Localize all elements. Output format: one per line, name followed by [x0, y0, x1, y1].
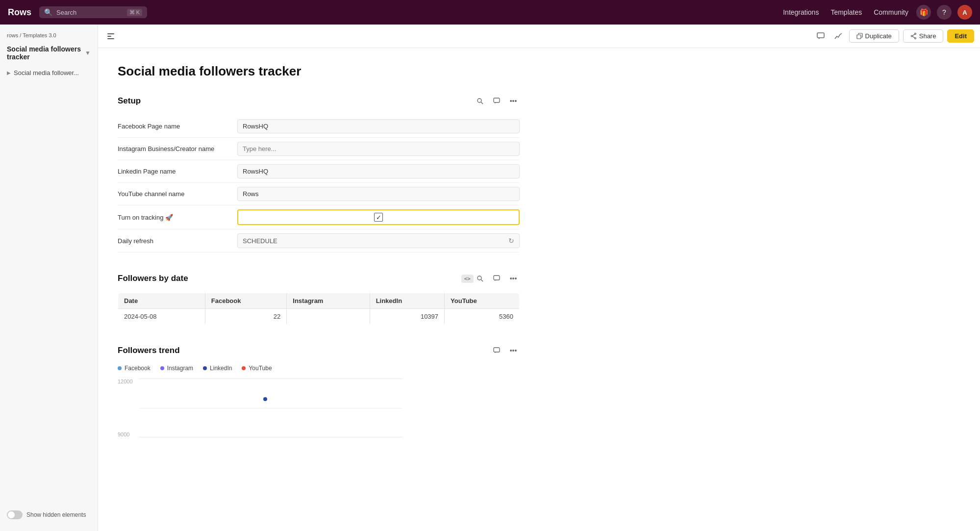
y-label-top: 12000 [118, 379, 137, 384]
refresh-icon: ↻ [508, 237, 514, 245]
svg-point-5 [914, 33, 916, 35]
followers-table: Date Facebook Instagram LinkedIn YouTube… [118, 293, 520, 325]
toggle-knob [8, 511, 15, 518]
breadcrumb-section[interactable]: Templates 3.0 [23, 32, 56, 38]
sidebar-item-triangle-icon: ▶ [7, 70, 11, 76]
nav-integrations[interactable]: Integrations [783, 8, 819, 16]
legend-linkedin-label: LinkedIn [210, 365, 232, 372]
field-youtube: YouTube channel name [118, 183, 520, 205]
legend-youtube-dot [242, 366, 246, 370]
chart-dot-linkedin [263, 397, 267, 401]
setup-search-icon[interactable] [474, 95, 486, 107]
trend-comment-icon[interactable] [490, 344, 503, 357]
analytics-icon[interactable] [831, 29, 845, 43]
field-daily-refresh: Daily refresh SCHEDULE ↻ [118, 229, 520, 253]
field-label: Facebook Page name [118, 115, 235, 138]
sidebar-toggle-icon[interactable] [104, 29, 118, 43]
svg-rect-4 [857, 35, 861, 39]
setup-actions: ••• [474, 95, 520, 107]
svg-rect-15 [494, 276, 500, 280]
sidebar: rows / Templates 3.0 Social media follow… [0, 25, 98, 531]
svg-rect-3 [817, 33, 824, 38]
nav-links: Integrations Templates Community [783, 8, 908, 16]
app-logo[interactable]: Rows [8, 7, 31, 18]
table-row: 2024-05-08 22 10397 5360 [118, 309, 520, 325]
chart-plot [139, 379, 402, 437]
tracking-checkbox-cell[interactable]: ✓ [237, 209, 520, 225]
field-label: Instagram Business/Creator name [118, 138, 235, 160]
sidebar-item-social-media[interactable]: ▶ Social media follower... [0, 66, 98, 80]
topnav: Rows 🔍 Search ⌘ K Integrations Templates… [0, 0, 980, 25]
trend-more-icon[interactable]: ••• [507, 344, 520, 357]
setup-more-icon[interactable]: ••• [507, 95, 520, 107]
duplicate-button[interactable]: Duplicate [849, 29, 899, 43]
search-icon: 🔍 [44, 8, 52, 16]
show-hidden-toggle[interactable] [7, 510, 23, 519]
nav-templates[interactable]: Templates [830, 8, 862, 16]
cell-facebook: 22 [205, 309, 287, 325]
nav-community[interactable]: Community [874, 8, 908, 16]
svg-rect-12 [494, 98, 500, 102]
search-bar[interactable]: 🔍 Search ⌘ K [39, 6, 147, 18]
svg-rect-16 [494, 348, 500, 352]
field-facebook-page: Facebook Page name [118, 115, 520, 138]
legend-youtube-label: YouTube [249, 365, 272, 372]
col-date: Date [118, 293, 205, 309]
svg-point-13 [477, 276, 481, 280]
show-hidden-label: Show hidden elements [26, 511, 86, 518]
followers-trend-section: Followers trend ••• [118, 344, 520, 437]
comment-icon[interactable] [814, 29, 828, 43]
search-shortcut: ⌘ K [127, 9, 142, 16]
followers-more-icon[interactable]: ••• [507, 272, 520, 285]
svg-point-7 [911, 35, 912, 37]
youtube-input[interactable] [237, 187, 520, 201]
cell-date: 2024-05-08 [118, 309, 205, 325]
share-button[interactable]: Share [903, 29, 944, 43]
breadcrumb-home[interactable]: rows [7, 32, 18, 38]
gift-icon[interactable]: 🎁 [916, 5, 931, 20]
svg-point-10 [477, 99, 481, 102]
legend-instagram-dot [160, 366, 164, 370]
svg-line-14 [481, 279, 483, 281]
search-placeholder: Search [56, 9, 76, 16]
svg-rect-0 [107, 33, 114, 34]
field-tracking: Turn on tracking 🚀 ✓ [118, 205, 520, 229]
schedule-cell[interactable]: SCHEDULE ↻ [237, 233, 520, 248]
legend-facebook-label: Facebook [125, 365, 151, 372]
followers-table-actions: ••• [474, 272, 520, 285]
col-facebook: Facebook [205, 293, 287, 309]
followers-search-icon[interactable] [474, 272, 486, 285]
chart-legend: Facebook Instagram LinkedIn YouTube [118, 365, 520, 372]
sidebar-arrow-icon[interactable]: ▼ [85, 50, 91, 56]
field-linkedin: Linkedin Page name [118, 160, 520, 183]
followers-trend-header: Followers trend ••• [118, 344, 520, 357]
edit-button[interactable]: Edit [947, 29, 974, 43]
code-badge[interactable]: <> [461, 275, 474, 283]
linkedin-input[interactable] [237, 164, 520, 178]
avatar[interactable]: A [957, 5, 972, 20]
svg-line-11 [481, 102, 483, 104]
legend-instagram: Instagram [160, 365, 193, 372]
trend-actions: ••• [490, 344, 520, 357]
facebook-page-input[interactable] [237, 119, 520, 133]
setup-header: Setup [118, 95, 520, 107]
setup-form: Facebook Page name Instagram Business/Cr… [118, 115, 520, 253]
svg-rect-2 [107, 38, 114, 39]
breadcrumb-sep: / [20, 32, 21, 38]
help-icon[interactable]: ? [937, 5, 952, 20]
sidebar-title: Social media followers tracker ▼ [0, 43, 98, 66]
setup-comment-icon[interactable] [490, 95, 503, 107]
followers-comment-icon[interactable] [490, 272, 503, 285]
instagram-input[interactable] [237, 142, 520, 156]
main-toolbar: Duplicate Share Edit [98, 25, 980, 48]
tracking-checkbox[interactable]: ✓ [374, 213, 383, 222]
field-label: Turn on tracking 🚀 [118, 205, 235, 229]
col-youtube: YouTube [445, 293, 520, 309]
y-label-bot: 9000 [118, 431, 137, 437]
legend-facebook-dot [118, 366, 122, 370]
chart-yaxis: 12000 9000 [118, 379, 137, 437]
field-instagram: Instagram Business/Creator name [118, 138, 520, 160]
legend-linkedin-dot [203, 366, 207, 370]
legend-instagram-label: Instagram [167, 365, 193, 372]
legend-facebook: Facebook [118, 365, 151, 372]
